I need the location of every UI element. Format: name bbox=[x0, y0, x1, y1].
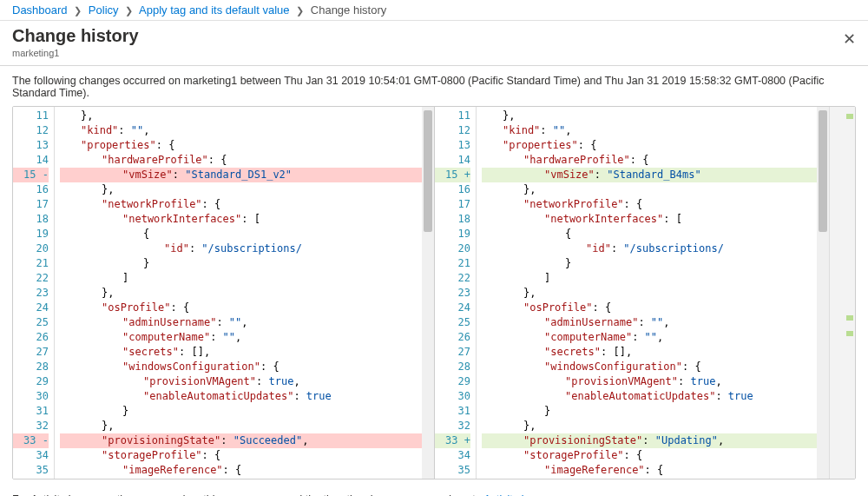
code-line[interactable]: "kind": "", bbox=[482, 123, 817, 138]
line-number: 22 bbox=[435, 271, 470, 286]
overview-marker[interactable] bbox=[846, 315, 853, 321]
code-line[interactable]: "vmSize": "Standard_DS1_v2" bbox=[60, 168, 422, 182]
line-number: 32 bbox=[435, 419, 470, 433]
line-number: 16 bbox=[435, 182, 470, 197]
code-line[interactable]: "computerName": "", bbox=[482, 330, 817, 345]
code-line[interactable]: "imageReference": { bbox=[482, 463, 817, 478]
line-number: 33 - bbox=[13, 433, 49, 448]
breadcrumb-apply-tag[interactable]: Apply tag and its default value bbox=[139, 3, 289, 17]
line-number: 20 bbox=[13, 241, 49, 256]
code-line[interactable]: "networkInterfaces": [ bbox=[482, 212, 817, 227]
code-line[interactable]: } bbox=[60, 256, 422, 271]
code-line[interactable]: "provisionVMAgent": true, bbox=[60, 374, 422, 389]
code-line[interactable]: "properties": { bbox=[482, 138, 817, 153]
code-line[interactable]: "networkProfile": { bbox=[60, 197, 422, 212]
overview-marker[interactable] bbox=[846, 114, 853, 119]
line-number: 20 bbox=[435, 241, 470, 256]
diff-right-code[interactable]: },"kind": "","properties": {"hardwarePro… bbox=[477, 107, 817, 479]
diff-right-pane: 1112131415 +1617181920212223242526272829… bbox=[434, 107, 855, 479]
overview-marker[interactable] bbox=[846, 331, 853, 336]
diff-left-scrollbar[interactable] bbox=[422, 107, 434, 479]
code-line[interactable]: "secrets": [], bbox=[60, 345, 422, 360]
code-line[interactable]: } bbox=[482, 404, 817, 419]
line-number: 13 bbox=[435, 138, 470, 153]
code-line[interactable]: }, bbox=[60, 286, 422, 301]
code-line[interactable]: ] bbox=[482, 271, 817, 286]
code-line[interactable]: "storageProfile": { bbox=[482, 448, 817, 463]
change-description: The following changes occurred on market… bbox=[0, 66, 868, 106]
code-line[interactable]: { bbox=[60, 227, 422, 241]
code-line[interactable]: "windowsConfiguration": { bbox=[482, 360, 817, 374]
code-line[interactable]: "secrets": [], bbox=[482, 345, 817, 360]
line-number: 27 bbox=[435, 345, 470, 360]
line-number: 11 bbox=[13, 109, 49, 123]
line-number: 30 bbox=[13, 389, 49, 404]
code-line[interactable]: "provisioningState": "Updating", bbox=[482, 433, 817, 448]
code-line[interactable]: "id": "/subscriptions/ bbox=[60, 241, 422, 256]
code-line[interactable]: "adminUsername": "", bbox=[60, 315, 422, 330]
diff-right-scrollbar[interactable] bbox=[817, 107, 829, 479]
line-number: 17 bbox=[13, 197, 49, 212]
code-line[interactable]: "storageProfile": { bbox=[60, 448, 422, 463]
code-line[interactable]: "networkProfile": { bbox=[482, 197, 817, 212]
code-line[interactable]: ] bbox=[60, 271, 422, 286]
code-line[interactable]: "adminUsername": "", bbox=[482, 315, 817, 330]
code-line[interactable]: "osProfile": { bbox=[482, 301, 817, 315]
scrollbar-thumb[interactable] bbox=[424, 110, 432, 232]
code-line[interactable]: { bbox=[482, 227, 817, 241]
line-number: 36 bbox=[435, 478, 470, 479]
breadcrumb-dashboard[interactable]: Dashboard bbox=[12, 3, 68, 17]
line-number: 16 bbox=[13, 182, 49, 197]
code-line[interactable]: "hardwareProfile": { bbox=[482, 153, 817, 168]
code-line[interactable]: "publisher": "MicrosoftWindowsServer", bbox=[482, 478, 817, 479]
code-line[interactable]: "vmSize": "Standard_B4ms" bbox=[482, 168, 817, 182]
code-line[interactable]: "id": "/subscriptions/ bbox=[482, 241, 817, 256]
code-line[interactable]: "enableAutomaticUpdates": true bbox=[60, 389, 422, 404]
code-line[interactable]: }, bbox=[482, 419, 817, 433]
code-line[interactable]: }, bbox=[482, 286, 817, 301]
code-line[interactable]: } bbox=[60, 404, 422, 419]
diff-overview-ruler[interactable] bbox=[829, 107, 855, 479]
line-number: 35 bbox=[435, 463, 470, 478]
code-line[interactable]: "computerName": "", bbox=[60, 330, 422, 345]
line-number: 34 bbox=[435, 448, 470, 463]
line-number: 29 bbox=[13, 374, 49, 389]
line-number: 28 bbox=[13, 360, 49, 374]
code-line[interactable]: "kind": "", bbox=[60, 123, 422, 138]
close-button[interactable]: ✕ bbox=[843, 30, 856, 49]
code-line[interactable]: "publisher": "MicrosoftWindowsServer", bbox=[60, 478, 422, 479]
code-line[interactable]: "provisioningState": "Succeeded", bbox=[60, 433, 422, 448]
code-line[interactable]: "imageReference": { bbox=[60, 463, 422, 478]
line-number: 23 bbox=[13, 286, 49, 301]
scrollbar-thumb[interactable] bbox=[819, 110, 827, 232]
line-number: 31 bbox=[13, 404, 49, 419]
line-number: 15 - bbox=[13, 168, 49, 182]
page-subtitle: marketing1 bbox=[12, 48, 856, 58]
diff-right-gutter: 1112131415 +1617181920212223242526272829… bbox=[435, 107, 477, 479]
code-line[interactable]: "hardwareProfile": { bbox=[60, 153, 422, 168]
diff-viewer: 1112131415 -1617181920212223242526272829… bbox=[12, 106, 856, 479]
code-line[interactable]: "enableAutomaticUpdates": true bbox=[482, 389, 817, 404]
code-line[interactable]: "properties": { bbox=[60, 138, 422, 153]
code-line[interactable]: "windowsConfiguration": { bbox=[60, 360, 422, 374]
breadcrumb: Dashboard ❯ Policy ❯ Apply tag and its d… bbox=[0, 0, 868, 21]
code-line[interactable]: "osProfile": { bbox=[60, 301, 422, 315]
breadcrumb-policy[interactable]: Policy bbox=[89, 3, 119, 17]
diff-left-code[interactable]: },"kind": "","properties": {"hardwarePro… bbox=[55, 107, 422, 479]
line-number: 27 bbox=[13, 345, 49, 360]
line-number: 14 bbox=[435, 153, 470, 168]
chevron-right-icon: ❯ bbox=[70, 5, 85, 16]
diff-left-gutter: 1112131415 -1617181920212223242526272829… bbox=[13, 107, 55, 479]
code-line[interactable]: }, bbox=[60, 419, 422, 433]
code-line[interactable]: }, bbox=[60, 182, 422, 197]
code-line[interactable]: }, bbox=[60, 109, 422, 123]
footer-note: For Activity Log operations occurred on … bbox=[0, 479, 868, 496]
code-line[interactable]: "networkInterfaces": [ bbox=[60, 212, 422, 227]
code-line[interactable]: } bbox=[482, 256, 817, 271]
line-number: 30 bbox=[435, 389, 470, 404]
code-line[interactable]: "provisionVMAgent": true, bbox=[482, 374, 817, 389]
code-line[interactable]: }, bbox=[482, 182, 817, 197]
page-title: Change history bbox=[12, 26, 856, 46]
code-line[interactable]: }, bbox=[482, 109, 817, 123]
line-number: 19 bbox=[435, 227, 470, 241]
